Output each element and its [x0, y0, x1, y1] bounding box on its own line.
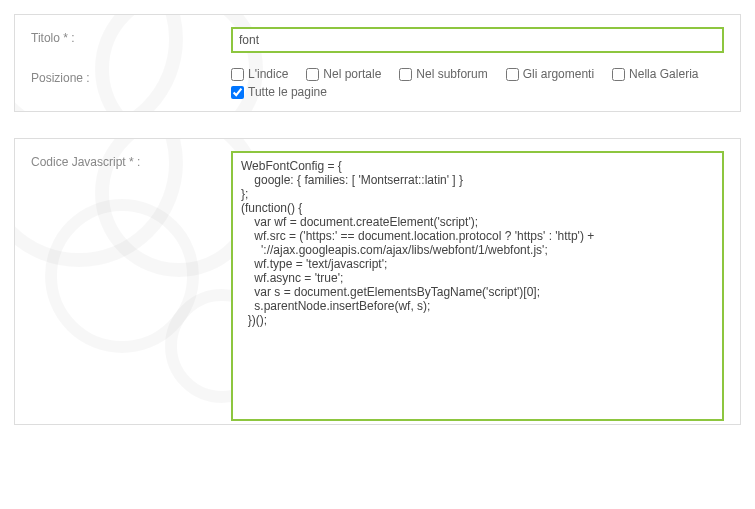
- posizione-option[interactable]: Nel subforum: [399, 67, 487, 81]
- posizione-checkbox-group: L'indiceNel portaleNel subforumGli argom…: [231, 67, 724, 99]
- code-textarea[interactable]: [231, 151, 724, 421]
- row-code: Codice Javascript * :: [31, 151, 724, 424]
- posizione-option-label: Nel portale: [323, 67, 381, 81]
- posizione-option[interactable]: Gli argomenti: [506, 67, 594, 81]
- posizione-checkbox[interactable]: [506, 68, 519, 81]
- posizione-option-label: Nel subforum: [416, 67, 487, 81]
- row-titolo: Titolo * :: [31, 27, 724, 53]
- posizione-option[interactable]: Nel portale: [306, 67, 381, 81]
- code-label: Codice Javascript * :: [31, 151, 231, 169]
- posizione-checkbox[interactable]: [306, 68, 319, 81]
- titolo-label: Titolo * :: [31, 27, 231, 45]
- code-panel: Codice Javascript * :: [14, 138, 741, 425]
- posizione-option-label: L'indice: [248, 67, 288, 81]
- posizione-option[interactable]: L'indice: [231, 67, 288, 81]
- posizione-checkbox[interactable]: [399, 68, 412, 81]
- posizione-option[interactable]: Nella Galeria: [612, 67, 698, 81]
- posizione-option-label: Nella Galeria: [629, 67, 698, 81]
- posizione-checkbox[interactable]: [231, 68, 244, 81]
- posizione-checkbox[interactable]: [231, 86, 244, 99]
- posizione-option-label: Tutte le pagine: [248, 85, 327, 99]
- posizione-checkbox[interactable]: [612, 68, 625, 81]
- posizione-label: Posizione :: [31, 67, 231, 85]
- titolo-input[interactable]: [231, 27, 724, 53]
- posizione-option[interactable]: Tutte le pagine: [231, 85, 327, 99]
- title-position-panel: Titolo * : Posizione : L'indiceNel porta…: [14, 14, 741, 112]
- row-posizione: Posizione : L'indiceNel portaleNel subfo…: [31, 67, 724, 99]
- posizione-option-label: Gli argomenti: [523, 67, 594, 81]
